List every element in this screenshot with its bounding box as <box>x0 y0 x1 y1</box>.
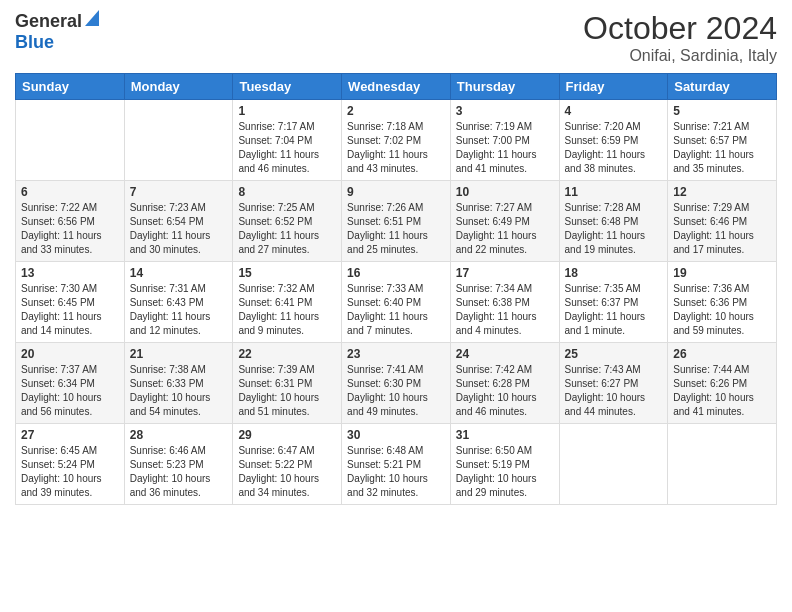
logo: General Blue <box>15 10 99 53</box>
weekday-header-friday: Friday <box>559 74 668 100</box>
day-info: Sunrise: 7:39 AM Sunset: 6:31 PM Dayligh… <box>238 363 336 419</box>
day-info: Sunrise: 7:41 AM Sunset: 6:30 PM Dayligh… <box>347 363 445 419</box>
calendar-day-16: 16Sunrise: 7:33 AM Sunset: 6:40 PM Dayli… <box>342 262 451 343</box>
day-info: Sunrise: 7:33 AM Sunset: 6:40 PM Dayligh… <box>347 282 445 338</box>
logo-triangle-icon <box>85 8 99 26</box>
calendar-week-3: 13Sunrise: 7:30 AM Sunset: 6:45 PM Dayli… <box>16 262 777 343</box>
calendar-day-10: 10Sunrise: 7:27 AM Sunset: 6:49 PM Dayli… <box>450 181 559 262</box>
calendar-day-17: 17Sunrise: 7:34 AM Sunset: 6:38 PM Dayli… <box>450 262 559 343</box>
day-info: Sunrise: 7:17 AM Sunset: 7:04 PM Dayligh… <box>238 120 336 176</box>
weekday-header-thursday: Thursday <box>450 74 559 100</box>
calendar-day-8: 8Sunrise: 7:25 AM Sunset: 6:52 PM Daylig… <box>233 181 342 262</box>
day-number: 24 <box>456 347 554 361</box>
empty-cell <box>668 424 777 505</box>
day-number: 31 <box>456 428 554 442</box>
day-info: Sunrise: 6:50 AM Sunset: 5:19 PM Dayligh… <box>456 444 554 500</box>
day-number: 1 <box>238 104 336 118</box>
day-info: Sunrise: 7:44 AM Sunset: 6:26 PM Dayligh… <box>673 363 771 419</box>
day-info: Sunrise: 7:28 AM Sunset: 6:48 PM Dayligh… <box>565 201 663 257</box>
day-number: 10 <box>456 185 554 199</box>
calendar-day-22: 22Sunrise: 7:39 AM Sunset: 6:31 PM Dayli… <box>233 343 342 424</box>
weekday-header-saturday: Saturday <box>668 74 777 100</box>
location: Onifai, Sardinia, Italy <box>583 47 777 65</box>
day-info: Sunrise: 7:22 AM Sunset: 6:56 PM Dayligh… <box>21 201 119 257</box>
day-number: 11 <box>565 185 663 199</box>
calendar-day-5: 5Sunrise: 7:21 AM Sunset: 6:57 PM Daylig… <box>668 100 777 181</box>
calendar-day-23: 23Sunrise: 7:41 AM Sunset: 6:30 PM Dayli… <box>342 343 451 424</box>
day-number: 7 <box>130 185 228 199</box>
calendar-day-1: 1Sunrise: 7:17 AM Sunset: 7:04 PM Daylig… <box>233 100 342 181</box>
calendar-day-31: 31Sunrise: 6:50 AM Sunset: 5:19 PM Dayli… <box>450 424 559 505</box>
calendar-day-4: 4Sunrise: 7:20 AM Sunset: 6:59 PM Daylig… <box>559 100 668 181</box>
day-info: Sunrise: 6:48 AM Sunset: 5:21 PM Dayligh… <box>347 444 445 500</box>
day-info: Sunrise: 7:27 AM Sunset: 6:49 PM Dayligh… <box>456 201 554 257</box>
calendar-week-4: 20Sunrise: 7:37 AM Sunset: 6:34 PM Dayli… <box>16 343 777 424</box>
day-number: 3 <box>456 104 554 118</box>
calendar-day-6: 6Sunrise: 7:22 AM Sunset: 6:56 PM Daylig… <box>16 181 125 262</box>
day-info: Sunrise: 7:43 AM Sunset: 6:27 PM Dayligh… <box>565 363 663 419</box>
day-number: 25 <box>565 347 663 361</box>
day-number: 21 <box>130 347 228 361</box>
calendar-day-25: 25Sunrise: 7:43 AM Sunset: 6:27 PM Dayli… <box>559 343 668 424</box>
day-info: Sunrise: 7:18 AM Sunset: 7:02 PM Dayligh… <box>347 120 445 176</box>
weekday-header-sunday: Sunday <box>16 74 125 100</box>
day-info: Sunrise: 6:45 AM Sunset: 5:24 PM Dayligh… <box>21 444 119 500</box>
day-number: 4 <box>565 104 663 118</box>
day-info: Sunrise: 6:46 AM Sunset: 5:23 PM Dayligh… <box>130 444 228 500</box>
day-info: Sunrise: 7:26 AM Sunset: 6:51 PM Dayligh… <box>347 201 445 257</box>
day-info: Sunrise: 7:29 AM Sunset: 6:46 PM Dayligh… <box>673 201 771 257</box>
day-number: 18 <box>565 266 663 280</box>
day-info: Sunrise: 7:34 AM Sunset: 6:38 PM Dayligh… <box>456 282 554 338</box>
day-number: 30 <box>347 428 445 442</box>
day-info: Sunrise: 6:47 AM Sunset: 5:22 PM Dayligh… <box>238 444 336 500</box>
day-info: Sunrise: 7:23 AM Sunset: 6:54 PM Dayligh… <box>130 201 228 257</box>
title-area: October 2024 Onifai, Sardinia, Italy <box>583 10 777 65</box>
day-number: 13 <box>21 266 119 280</box>
day-number: 15 <box>238 266 336 280</box>
day-number: 20 <box>21 347 119 361</box>
day-number: 16 <box>347 266 445 280</box>
empty-cell <box>16 100 125 181</box>
calendar-day-29: 29Sunrise: 6:47 AM Sunset: 5:22 PM Dayli… <box>233 424 342 505</box>
calendar-day-2: 2Sunrise: 7:18 AM Sunset: 7:02 PM Daylig… <box>342 100 451 181</box>
day-info: Sunrise: 7:25 AM Sunset: 6:52 PM Dayligh… <box>238 201 336 257</box>
day-number: 26 <box>673 347 771 361</box>
empty-cell <box>124 100 233 181</box>
calendar-day-12: 12Sunrise: 7:29 AM Sunset: 6:46 PM Dayli… <box>668 181 777 262</box>
day-number: 6 <box>21 185 119 199</box>
weekday-header-row: SundayMondayTuesdayWednesdayThursdayFrid… <box>16 74 777 100</box>
calendar-week-5: 27Sunrise: 6:45 AM Sunset: 5:24 PM Dayli… <box>16 424 777 505</box>
day-number: 23 <box>347 347 445 361</box>
weekday-header-tuesday: Tuesday <box>233 74 342 100</box>
calendar-day-19: 19Sunrise: 7:36 AM Sunset: 6:36 PM Dayli… <box>668 262 777 343</box>
day-info: Sunrise: 7:38 AM Sunset: 6:33 PM Dayligh… <box>130 363 228 419</box>
calendar-week-1: 1Sunrise: 7:17 AM Sunset: 7:04 PM Daylig… <box>16 100 777 181</box>
day-number: 12 <box>673 185 771 199</box>
day-info: Sunrise: 7:37 AM Sunset: 6:34 PM Dayligh… <box>21 363 119 419</box>
day-info: Sunrise: 7:35 AM Sunset: 6:37 PM Dayligh… <box>565 282 663 338</box>
page: General Blue October 2024 Onifai, Sardin… <box>0 0 792 612</box>
day-info: Sunrise: 7:32 AM Sunset: 6:41 PM Dayligh… <box>238 282 336 338</box>
svg-marker-0 <box>85 10 99 26</box>
calendar-day-7: 7Sunrise: 7:23 AM Sunset: 6:54 PM Daylig… <box>124 181 233 262</box>
calendar-day-13: 13Sunrise: 7:30 AM Sunset: 6:45 PM Dayli… <box>16 262 125 343</box>
day-info: Sunrise: 7:19 AM Sunset: 7:00 PM Dayligh… <box>456 120 554 176</box>
day-number: 14 <box>130 266 228 280</box>
day-info: Sunrise: 7:36 AM Sunset: 6:36 PM Dayligh… <box>673 282 771 338</box>
calendar-day-24: 24Sunrise: 7:42 AM Sunset: 6:28 PM Dayli… <box>450 343 559 424</box>
calendar-day-18: 18Sunrise: 7:35 AM Sunset: 6:37 PM Dayli… <box>559 262 668 343</box>
day-number: 2 <box>347 104 445 118</box>
day-number: 9 <box>347 185 445 199</box>
day-number: 5 <box>673 104 771 118</box>
calendar-day-30: 30Sunrise: 6:48 AM Sunset: 5:21 PM Dayli… <box>342 424 451 505</box>
calendar-day-14: 14Sunrise: 7:31 AM Sunset: 6:43 PM Dayli… <box>124 262 233 343</box>
day-number: 27 <box>21 428 119 442</box>
logo-blue-text: Blue <box>15 33 99 53</box>
day-info: Sunrise: 7:21 AM Sunset: 6:57 PM Dayligh… <box>673 120 771 176</box>
calendar-day-3: 3Sunrise: 7:19 AM Sunset: 7:00 PM Daylig… <box>450 100 559 181</box>
day-info: Sunrise: 7:20 AM Sunset: 6:59 PM Dayligh… <box>565 120 663 176</box>
calendar-day-20: 20Sunrise: 7:37 AM Sunset: 6:34 PM Dayli… <box>16 343 125 424</box>
day-number: 8 <box>238 185 336 199</box>
weekday-header-wednesday: Wednesday <box>342 74 451 100</box>
calendar-day-28: 28Sunrise: 6:46 AM Sunset: 5:23 PM Dayli… <box>124 424 233 505</box>
